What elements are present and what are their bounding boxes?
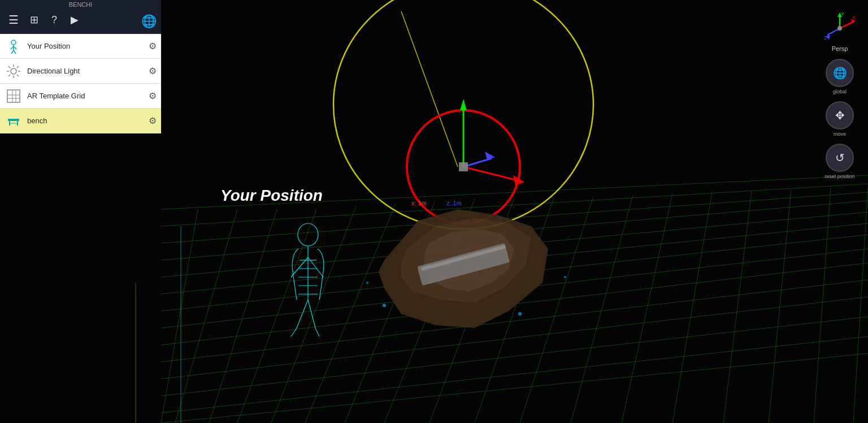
sidebar-item-directional-light[interactable]: Directional Light ⚙ — [0, 59, 161, 84]
svg-line-23 — [429, 198, 514, 423]
right-controls: Y X Z Persp 🌐 global ✥ — [823, 11, 857, 179]
reset-control-container: ↺ reset position — [824, 144, 855, 179]
svg-line-20 — [305, 204, 396, 423]
svg-marker-39 — [513, 175, 524, 185]
svg-line-27 — [622, 193, 672, 423]
svg-line-38 — [463, 167, 520, 181]
svg-rect-87 — [8, 119, 19, 121]
svg-line-9 — [161, 263, 868, 345]
your-position-scene-label: Your Position — [220, 187, 323, 205]
global-label: global — [833, 89, 847, 94]
svg-line-47 — [297, 300, 308, 328]
sidebar-item-your-position[interactable]: Your Position ⚙ — [0, 34, 161, 59]
svg-line-40 — [463, 158, 492, 167]
svg-line-49 — [291, 328, 297, 336]
svg-point-67 — [11, 40, 16, 45]
svg-point-63 — [564, 276, 566, 278]
svg-line-8 — [161, 249, 868, 328]
svg-point-61 — [383, 304, 386, 307]
svg-rect-82 — [7, 90, 20, 102]
svg-line-13 — [161, 336, 868, 413]
ar-template-gear-icon[interactable]: ⚙ — [149, 90, 157, 101]
svg-line-12 — [161, 317, 868, 396]
move-button[interactable]: ✥ — [826, 101, 854, 130]
svg-line-18 — [237, 209, 316, 423]
svg-line-7 — [161, 235, 868, 311]
sidebar: Your Position ⚙ Directional Light ⚙ — [0, 34, 161, 133]
svg-line-28 — [672, 192, 712, 423]
sidebar-item-bench-label: bench — [27, 116, 144, 125]
sidebar-item-ar-template-grid-label: AR Template Grid — [27, 92, 144, 100]
sidebar-item-bench[interactable]: bench ⚙ — [0, 109, 161, 133]
svg-line-50 — [315, 328, 319, 336]
svg-line-79 — [17, 75, 19, 76]
svg-line-10 — [161, 280, 868, 362]
svg-line-2 — [161, 184, 868, 226]
sidebar-item-directional-light-label: Directional Light — [27, 67, 144, 75]
svg-marker-58 — [424, 229, 514, 291]
svg-line-78 — [8, 66, 10, 68]
svg-line-3 — [161, 192, 868, 243]
svg-marker-57 — [401, 218, 531, 303]
svg-line-81 — [8, 75, 10, 76]
svg-line-45 — [291, 257, 308, 277]
persp-label: Persp — [832, 45, 848, 52]
play-icon[interactable]: ▶ — [67, 12, 83, 28]
move-label: move — [834, 131, 846, 137]
svg-line-34 — [401, 11, 458, 167]
sidebar-item-your-position-label: Your Position — [27, 42, 144, 50]
light-icon — [5, 62, 23, 80]
svg-text:X: X — [852, 15, 856, 20]
your-position-gear-icon[interactable]: ⚙ — [149, 41, 157, 51]
svg-line-24 — [475, 198, 554, 423]
move-icon: ✥ — [835, 110, 845, 121]
svg-line-21 — [345, 201, 435, 423]
svg-marker-37 — [460, 99, 467, 110]
menu-icon[interactable]: ☰ — [6, 12, 21, 28]
svg-line-31 — [814, 188, 831, 423]
svg-line-46 — [308, 257, 323, 277]
svg-line-48 — [308, 300, 315, 328]
svg-line-25 — [520, 197, 593, 423]
svg-rect-42 — [459, 162, 468, 171]
svg-point-62 — [518, 312, 522, 316]
help-icon[interactable]: ? — [46, 12, 62, 28]
svg-point-73 — [11, 68, 16, 74]
svg-rect-60 — [421, 245, 506, 271]
svg-line-32 — [853, 187, 868, 423]
top-bar-title: BENCHI — [0, 1, 161, 8]
viewport[interactable]: Your Position x: 1m z: 1m BENCHI ☰ ⊞ ? ▶… — [0, 0, 868, 423]
svg-point-100 — [837, 26, 842, 31]
svg-line-11 — [161, 297, 868, 379]
reset-button[interactable]: ↺ — [826, 144, 854, 172]
svg-marker-56 — [379, 209, 548, 328]
svg-point-35 — [407, 110, 520, 223]
svg-line-29 — [723, 191, 752, 423]
svg-rect-59 — [417, 243, 510, 286]
svg-point-33 — [333, 0, 593, 229]
reset-label: reset position — [824, 174, 855, 179]
axis-widget: Y X Z — [823, 11, 857, 45]
top-bar: BENCHI ☰ ⊞ ? ▶ 🌐 — [0, 0, 161, 34]
svg-line-1 — [161, 175, 868, 209]
global-button[interactable]: 🌐 — [826, 59, 854, 87]
directional-light-gear-icon[interactable]: ⚙ — [149, 66, 157, 76]
coord-x-label: x: 1m — [411, 200, 427, 206]
svg-line-80 — [17, 66, 19, 68]
grid-icon — [5, 87, 23, 105]
svg-line-72 — [14, 50, 16, 54]
svg-line-94 — [840, 21, 854, 28]
bench-gear-icon[interactable]: ⚙ — [149, 115, 157, 126]
persp-widget-container: Y X Z Persp — [823, 11, 857, 52]
globe-icon[interactable]: 🌐 — [141, 14, 157, 29]
sidebar-item-ar-template-grid[interactable]: AR Template Grid ⚙ — [0, 84, 161, 109]
svg-line-15 — [161, 209, 198, 423]
add-scene-icon[interactable]: ⊞ — [26, 12, 42, 28]
svg-line-71 — [11, 50, 14, 54]
svg-line-30 — [769, 189, 791, 423]
svg-line-19 — [271, 206, 356, 423]
person-icon — [5, 37, 23, 55]
svg-line-17 — [209, 209, 277, 423]
svg-point-43 — [298, 223, 318, 246]
svg-text:Y: Y — [841, 11, 844, 17]
